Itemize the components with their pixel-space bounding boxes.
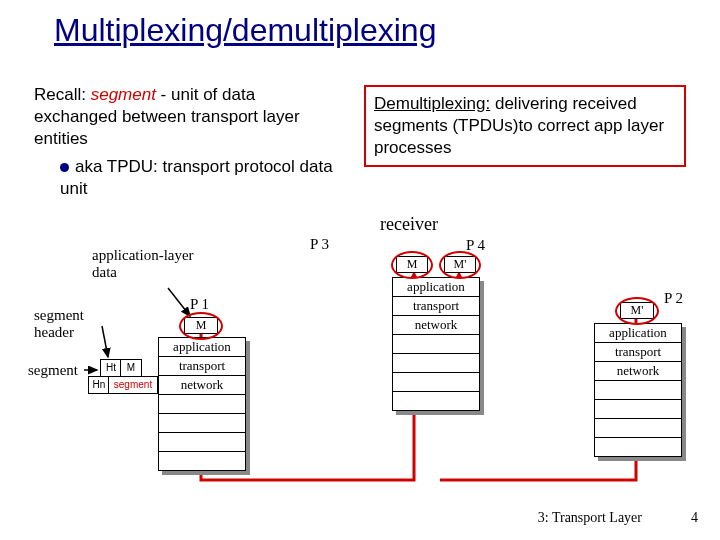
label-receiver: receiver [380,214,438,235]
stack-row-blank [159,414,245,433]
label-p1: P 1 [190,296,209,313]
stack-right: application transport network [594,323,682,457]
demux-term: Demultiplexing: [374,94,490,113]
stack-row-app: application [393,278,479,297]
stack-row-blank [393,373,479,392]
label-segheader: segment header [34,307,104,340]
msg-circle-1 [179,312,223,340]
label-p2: P 2 [664,290,683,307]
demux-callout: Demultiplexing: delivering received segm… [364,85,686,167]
stack-row-net: network [159,376,245,395]
stack-row-blank [595,400,681,419]
recall-term: segment [91,85,156,104]
slide-title: Multiplexing/demultiplexing [54,12,436,49]
seg-ht: Ht [100,359,122,377]
stack-row-blank [595,381,681,400]
stack-row-blank [393,354,479,373]
bullet-icon [60,163,69,172]
svg-line-0 [168,288,190,316]
stack-row-blank [159,452,245,470]
label-appdata: application-layer data [92,247,222,282]
seg-segment: segment [108,376,158,394]
seg-m: M [120,359,142,377]
stack-row-trans: transport [159,357,245,376]
stack-row-blank [595,419,681,438]
msg-circle-2p [615,297,659,325]
seg-hn: Hn [88,376,110,394]
stack-row-blank [159,433,245,452]
stack-row-app: application [595,324,681,343]
footer-chapter: 3: Transport Layer [538,510,642,526]
footer-page: 4 [691,510,698,526]
recall-sub: aka TPDU: transport protocol data unit [60,156,334,200]
label-segment: segment [28,362,78,379]
stack-row-app: application [159,338,245,357]
recall-prefix: Recall: [34,85,91,104]
stack-receiver: application transport network [392,277,480,411]
stack-row-blank [393,392,479,410]
recall-text: Recall: segment - unit of data exchanged… [34,84,334,200]
label-p3: P 3 [310,236,329,253]
recall-sub-text: aka TPDU: transport protocol data unit [60,157,333,198]
stack-row-net: network [393,316,479,335]
stack-row-blank [393,335,479,354]
stack-row-blank [159,395,245,414]
stack-row-trans: transport [595,343,681,362]
msg-circle-4 [439,251,481,279]
stack-row-trans: transport [393,297,479,316]
stack-row-blank [595,438,681,456]
stack-row-net: network [595,362,681,381]
msg-circle-3 [391,251,433,279]
stack-sender: application transport network [158,337,246,471]
